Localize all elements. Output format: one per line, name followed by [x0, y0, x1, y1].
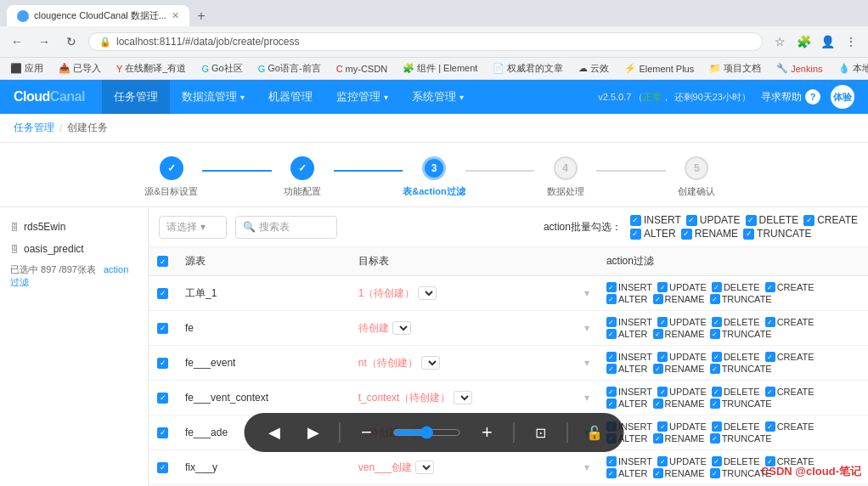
target-select-0[interactable] [418, 286, 437, 300]
bookmark-go-lang[interactable]: G Go语言-前言 [255, 60, 324, 76]
fit-screen-button[interactable]: ⊡ [528, 420, 554, 445]
row-rename[interactable]: RENAME [653, 433, 705, 444]
target-table-cell[interactable]: 待创建 [350, 311, 576, 346]
row-rename[interactable]: RENAME [653, 294, 705, 304]
target-select-5[interactable] [415, 461, 434, 474]
target-table-cell[interactable]: nt（待创建） [350, 346, 576, 381]
bookmark-jenkins[interactable]: 🔧 Jenkins [773, 61, 826, 76]
forward-button[interactable]: → [34, 31, 54, 52]
expand-icon[interactable]: ▾ [584, 461, 589, 473]
expand-icon[interactable]: ▾ [584, 287, 589, 299]
bookmark-button[interactable]: ☆ [769, 31, 790, 52]
row-2-checkbox[interactable] [157, 358, 168, 369]
row-delete[interactable]: DELETE [712, 282, 760, 292]
bookmark-element-plus[interactable]: ⚡ Element Plus [621, 61, 697, 76]
nav-system[interactable]: 系统管理 ▾ [400, 80, 476, 114]
bookmark-go-community[interactable]: G Go社区 [198, 60, 245, 76]
row-truncate[interactable]: TRUNCATE [710, 433, 772, 444]
bookmark-articles[interactable]: 📄 权威君的文章 [489, 60, 566, 76]
breadcrumb-task-management[interactable]: 任务管理 [14, 121, 54, 135]
row-update[interactable]: UPDATE [657, 317, 707, 327]
row-delete[interactable]: DELETE [712, 456, 760, 466]
nav-monitor[interactable]: 监控管理 ▾ [324, 80, 400, 114]
filter-select[interactable]: 请选择 ▾ [159, 216, 227, 239]
row-1-checkbox[interactable] [157, 323, 168, 334]
row-alter[interactable]: ALTER [606, 398, 648, 409]
row-create[interactable]: CREATE [765, 352, 814, 362]
select-all-checkbox[interactable] [157, 256, 168, 267]
check-truncate[interactable]: TRUNCATE [743, 228, 811, 240]
bookmark-element[interactable]: 🧩 组件 | Element [399, 60, 481, 76]
row-truncate[interactable]: TRUNCATE [710, 294, 772, 304]
expand-cell[interactable]: ▾ [576, 311, 598, 346]
row-create[interactable]: CREATE [765, 282, 814, 292]
row-rename[interactable]: RENAME [653, 364, 705, 374]
float-prev-button[interactable]: ◀ [262, 420, 287, 445]
active-tab[interactable]: clougence CloudCanal 数据迁... ✕ [7, 5, 189, 26]
bookmark-local-env[interactable]: 💧 本地-测试环境 [835, 60, 868, 76]
row-update[interactable]: UPDATE [657, 352, 707, 362]
search-input[interactable]: 🔍 搜索表 [235, 216, 337, 239]
nav-data-flow[interactable]: 数据流管理 ▾ [170, 80, 256, 114]
row-alter[interactable]: ALTER [606, 364, 648, 374]
bookmark-imported[interactable]: 📥 已导入 [55, 60, 104, 76]
row-update[interactable]: UPDATE [657, 282, 707, 292]
zoom-in-button[interactable]: + [475, 420, 500, 445]
user-profile-button[interactable]: 👤 [817, 31, 837, 52]
check-alter[interactable]: ALTER [630, 228, 676, 240]
row-update[interactable]: UPDATE [657, 421, 707, 432]
row-alter[interactable]: ALTER [606, 294, 648, 304]
help-button[interactable]: 寻求帮助 ? [761, 89, 820, 105]
row-rename[interactable]: RENAME [653, 329, 705, 339]
float-next-button[interactable]: ▶ [301, 420, 326, 445]
nav-task-management[interactable]: 任务管理 [102, 80, 170, 114]
row-5-checkbox[interactable] [157, 462, 168, 473]
bookmark-csdn[interactable]: C my-CSDN [333, 62, 391, 76]
menu-button[interactable]: ⋮ [841, 31, 861, 52]
row-create[interactable]: CREATE [765, 421, 814, 432]
row-insert[interactable]: INSERT [606, 456, 652, 466]
row-insert[interactable]: INSERT [606, 317, 652, 327]
row-update[interactable]: UPDATE [657, 387, 707, 397]
expand-icon[interactable]: ▾ [584, 322, 589, 334]
row-0-checkbox[interactable] [157, 288, 168, 299]
zoom-slider[interactable] [393, 426, 461, 439]
check-update[interactable]: UPDATE [686, 214, 741, 226]
expand-cell[interactable]: ▾ [576, 346, 598, 381]
target-select-3[interactable] [454, 391, 472, 404]
bookmark-project-docs[interactable]: 📁 项目文档 [706, 60, 764, 76]
nav-machine[interactable]: 机器管理 [256, 80, 324, 114]
new-tab-button[interactable]: + [191, 6, 211, 26]
extensions-button[interactable]: 🧩 [793, 31, 814, 52]
row-truncate[interactable]: TRUNCATE [710, 398, 772, 409]
row-insert[interactable]: INSERT [606, 282, 652, 292]
bookmark-apps[interactable]: ⬛ 应用 [7, 60, 47, 76]
row-delete[interactable]: DELETE [712, 421, 760, 432]
expand-cell[interactable]: ▾ [576, 450, 598, 485]
row-alter[interactable]: ALTER [606, 468, 648, 478]
row-rename[interactable]: RENAME [653, 468, 705, 478]
back-button[interactable]: ← [7, 31, 27, 52]
expand-icon[interactable]: ▾ [584, 392, 589, 404]
row-delete[interactable]: DELETE [712, 317, 760, 327]
target-table-cell[interactable]: 1（待创建） [350, 276, 576, 311]
target-table-cell[interactable]: ven___创建 [350, 450, 576, 485]
row-update[interactable]: UPDATE [657, 456, 707, 466]
row-delete[interactable]: DELETE [712, 387, 760, 397]
target-select-1[interactable] [392, 321, 411, 335]
row-insert[interactable]: INSERT [606, 352, 652, 362]
url-bar[interactable]: 🔒 localhost:8111/#/data/job/create/proce… [88, 32, 763, 51]
bookmark-youdao[interactable]: Y 在线翻译_有道 [113, 60, 189, 76]
row-truncate[interactable]: TRUNCATE [710, 364, 772, 374]
bookmark-yunxiao[interactable]: ☁ 云效 [575, 60, 612, 76]
row-rename[interactable]: RENAME [653, 398, 705, 409]
row-insert[interactable]: INSERT [606, 387, 652, 397]
row-3-checkbox[interactable] [157, 393, 168, 404]
expand-cell[interactable]: ▾ [576, 276, 598, 311]
check-delete[interactable]: DELETE [746, 214, 799, 226]
expand-cell[interactable]: ▾ [576, 381, 598, 415]
check-insert[interactable]: INSERT [630, 214, 681, 226]
target-table-cell[interactable]: t_context（待创建） [350, 381, 576, 415]
row-alter[interactable]: ALTER [606, 329, 648, 339]
row-delete[interactable]: DELETE [712, 352, 760, 362]
